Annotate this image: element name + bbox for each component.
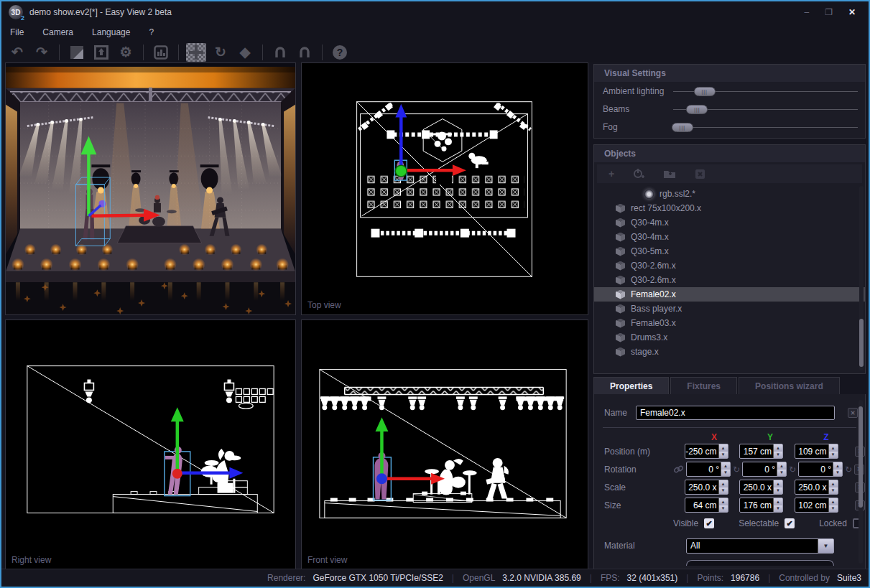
- rotation-y-field[interactable]: 0 °▲▼: [742, 462, 787, 477]
- fog-row: Fog |||: [594, 118, 865, 136]
- add-fixture-icon[interactable]: [633, 168, 644, 179]
- menu-language[interactable]: Language: [92, 27, 130, 37]
- rotate-z-icon[interactable]: ↻: [843, 465, 854, 475]
- add-object-icon[interactable]: +: [608, 168, 614, 179]
- object-item-selected[interactable]: Female02.x: [594, 287, 865, 302]
- cube-icon: [616, 218, 625, 228]
- cube-icon: [616, 247, 625, 256]
- name-label: Name: [604, 408, 629, 418]
- undo-icon[interactable]: ↶: [7, 43, 27, 62]
- object-item[interactable]: Q30-2.6m.x: [594, 258, 865, 273]
- light-icon: [644, 190, 654, 199]
- viewport-3d[interactable]: [5, 62, 296, 315]
- redo-icon[interactable]: ↷: [32, 43, 52, 62]
- scale-x-field[interactable]: 250.0 x▲▼: [685, 480, 728, 495]
- cube-icon: [616, 233, 625, 242]
- material-dropdown[interactable]: All ▼: [686, 538, 834, 554]
- link-rotation-icon[interactable]: [670, 465, 686, 474]
- add-group-icon[interactable]: [663, 169, 676, 179]
- side-panel: Visual Settings Ambient lighting ||| Bea…: [592, 62, 869, 570]
- object-item[interactable]: Q30-2.6m.x: [594, 273, 865, 287]
- slider-thumb[interactable]: |||: [694, 87, 716, 96]
- object-item[interactable]: Drums3.x: [594, 330, 865, 345]
- flags-row: Visible ✔ Selectable ✔ Locked: [594, 514, 865, 533]
- name-input[interactable]: [636, 406, 835, 420]
- objects-scrollbar[interactable]: [859, 186, 864, 370]
- properties-panel: Name ✕ X Y Z Position (m) -250 cm▲▼ 157 …: [593, 394, 866, 570]
- menu-file[interactable]: File: [10, 27, 24, 37]
- object-item[interactable]: Q30-4m.x: [594, 230, 865, 244]
- settings-gear-icon[interactable]: ⚙: [116, 43, 136, 62]
- size-x-field[interactable]: 64 cm▲▼: [685, 498, 728, 513]
- position-row: Position (m) -250 cm▲▼ 157 cm▲▼ 109 cm▲▼…: [594, 442, 865, 460]
- renderer-value: GeForce GTX 1050 Ti/PCIe/SSE2: [313, 573, 443, 583]
- tab-positions-wizard[interactable]: Positions wizard: [739, 377, 840, 394]
- viewport-area: Top view: [1, 62, 592, 570]
- beams-row: Beams |||: [594, 100, 865, 118]
- position-x-field[interactable]: -250 cm▲▼: [685, 444, 728, 459]
- properties-scrollbar[interactable]: [859, 400, 863, 564]
- chart-icon[interactable]: [151, 43, 171, 62]
- main-toolbar: ↶ ↷ ⚙ ↻ ◆ ?: [1, 42, 869, 62]
- rotation-z-field[interactable]: 0 °▲▼: [798, 462, 843, 477]
- scale-y-field[interactable]: 250.0 x▲▼: [739, 480, 783, 495]
- axis-x-label: X: [686, 432, 742, 442]
- snap-magnet-icon-2[interactable]: [295, 43, 315, 62]
- objects-list: rgb.ssl2.* rect 75x100x200.x Q30-4m.x Q3…: [594, 183, 865, 373]
- slider-thumb[interactable]: |||: [672, 123, 693, 132]
- controlled-by-value: Suite3: [837, 573, 861, 583]
- cube-icon: [616, 319, 625, 328]
- cube-icon: [616, 304, 625, 314]
- viewport-top[interactable]: Top view: [301, 62, 588, 315]
- object-item[interactable]: Female03.x: [594, 316, 865, 330]
- ambient-lighting-row: Ambient lighting |||: [594, 82, 865, 100]
- object-item[interactable]: Q30-4m.x: [594, 215, 865, 230]
- render-quality-icon[interactable]: [67, 43, 87, 62]
- menu-help[interactable]: ?: [149, 27, 154, 37]
- cube-icon: [616, 204, 625, 213]
- size-z-field[interactable]: 102 cm▲▼: [795, 498, 838, 513]
- rotation-x-field[interactable]: 0 °▲▼: [686, 462, 731, 477]
- rotate-x-icon[interactable]: ↻: [731, 465, 742, 475]
- selectable-checkbox[interactable]: ✔: [785, 518, 795, 528]
- menu-bar: File Camera Language ?: [1, 23, 869, 42]
- object-item[interactable]: rgb.ssl2.*: [594, 187, 865, 201]
- rotate-tool-icon[interactable]: ↻: [210, 43, 231, 62]
- rotate-y-icon[interactable]: ↻: [787, 465, 798, 475]
- fog-slider[interactable]: |||: [673, 122, 858, 132]
- minimize-button[interactable]: –: [804, 8, 809, 17]
- viewport-right[interactable]: Right view: [5, 319, 296, 570]
- cube-icon: [616, 276, 625, 285]
- objects-panel: Objects + rgb.ssl2.* rect 75x100x200.x Q…: [593, 144, 866, 374]
- delete-object-icon[interactable]: [695, 169, 705, 179]
- visible-checkbox[interactable]: ✔: [704, 518, 714, 528]
- menu-camera[interactable]: Camera: [42, 27, 73, 37]
- object-item[interactable]: Q30-5m.x: [594, 244, 865, 258]
- tab-fixtures[interactable]: Fixtures: [670, 377, 737, 394]
- viewport-front[interactable]: Front view: [301, 319, 588, 570]
- scale-z-field[interactable]: 250.0 x▲▼: [795, 480, 838, 495]
- object-item[interactable]: rect 75x100x200.x: [594, 201, 865, 215]
- position-y-field[interactable]: 157 cm▲▼: [739, 444, 783, 459]
- position-z-field[interactable]: 109 cm▲▼: [795, 444, 838, 459]
- object-item[interactable]: Bass player.x: [594, 302, 865, 316]
- help-icon[interactable]: ?: [330, 43, 350, 62]
- snap-magnet-icon[interactable]: [270, 43, 290, 62]
- tab-properties[interactable]: Properties: [593, 377, 669, 394]
- slider-thumb[interactable]: |||: [686, 105, 708, 114]
- close-button[interactable]: ✕: [848, 8, 856, 17]
- maximize-button[interactable]: ❐: [825, 8, 833, 17]
- object-item[interactable]: stage.x: [594, 345, 865, 359]
- move-tool-icon[interactable]: [186, 43, 206, 62]
- objects-toolbar: +: [597, 164, 862, 183]
- objects-title: Objects: [594, 145, 865, 162]
- dropdown-arrow-icon[interactable]: ▼: [818, 539, 833, 553]
- clear-name-button[interactable]: ✕: [848, 408, 858, 418]
- opengl-value: 3.2.0 NVIDIA 385.69: [502, 573, 580, 583]
- ambient-lighting-slider[interactable]: |||: [673, 86, 858, 96]
- beams-slider[interactable]: |||: [673, 104, 858, 114]
- scale-tool-icon[interactable]: ◆: [235, 43, 255, 62]
- size-y-field[interactable]: 176 cm▲▼: [739, 498, 783, 513]
- import-icon[interactable]: [91, 43, 111, 62]
- cube-icon: [616, 347, 625, 357]
